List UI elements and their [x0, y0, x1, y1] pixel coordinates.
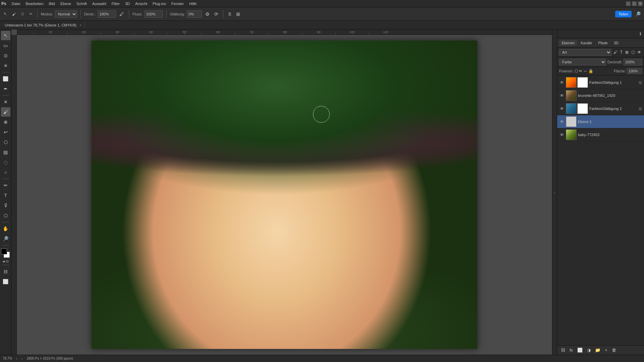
- menu-auswahl[interactable]: Auswahl: [90, 1, 109, 6]
- hand-tool[interactable]: ✋: [1, 224, 10, 233]
- menu-bearbeiten[interactable]: Bearbeiten: [23, 1, 46, 6]
- delete-layer-button[interactable]: 🗑: [610, 347, 618, 353]
- dodge-tool[interactable]: ○: [1, 168, 10, 177]
- menu-fenster[interactable]: Fenster: [169, 1, 186, 6]
- status-prev-button[interactable]: ‹: [16, 357, 17, 361]
- add-group-button[interactable]: 📁: [593, 347, 602, 353]
- screen-mode-button[interactable]: ⬜: [1, 277, 10, 286]
- flaeche-input[interactable]: [627, 68, 642, 74]
- brush-tool[interactable]: 🖌: [1, 107, 10, 117]
- swap-colors-button[interactable]: ⇄: [3, 260, 5, 263]
- move-tool-button[interactable]: ↖: [2, 11, 8, 17]
- brush-type-button[interactable]: ✏: [28, 11, 34, 17]
- menu-plugins[interactable]: Plug-ins: [150, 1, 169, 6]
- foreground-color[interactable]: [1, 248, 7, 254]
- layers-shape-button[interactable]: ⊠: [625, 49, 629, 55]
- layer-visibility-3[interactable]: 👁: [559, 119, 565, 124]
- fix-all-icon[interactable]: 🔒: [588, 69, 593, 73]
- move-tool[interactable]: ↖: [1, 31, 10, 40]
- tab-kanaele[interactable]: Kanäle: [578, 40, 595, 46]
- search-button[interactable]: 🔎: [634, 11, 642, 17]
- fix-move-icon[interactable]: ↔: [583, 69, 587, 73]
- toolbar-separator-4: [166, 10, 167, 18]
- canvas-wrapper[interactable]: [17, 35, 552, 355]
- photo-canvas[interactable]: [92, 41, 477, 349]
- fix-paint-icon[interactable]: ✏: [579, 69, 582, 73]
- menu-3d[interactable]: 3D: [122, 1, 132, 6]
- pressure-button[interactable]: ⊞: [235, 11, 241, 17]
- layer-item-4[interactable]: 👁 baby-772453: [557, 128, 644, 141]
- tabbar: Unbenannt-1 bei 78,7% (Ebene 1, CMYK/8) …: [0, 21, 644, 29]
- tab-close-button[interactable]: ×: [79, 23, 82, 27]
- reset-colors-button[interactable]: ⊡: [6, 260, 9, 263]
- text-tool[interactable]: T: [1, 191, 10, 200]
- layers-type-filter[interactable]: Art: [559, 49, 611, 56]
- eraser-tool[interactable]: ⬡: [1, 137, 10, 147]
- crop-tool[interactable]: ⬜: [1, 74, 10, 83]
- layers-visible-button[interactable]: 👁: [637, 49, 642, 55]
- layer-visibility-0[interactable]: 👁: [559, 80, 565, 85]
- glattung-angle-button[interactable]: ⟳: [213, 11, 220, 17]
- add-adjustment-button[interactable]: ◑: [585, 347, 592, 353]
- deckraft-icon-button[interactable]: 🖊: [118, 11, 125, 17]
- layer-item-2[interactable]: 👁 Farbton/Sättigung 2 ⛓: [557, 102, 644, 115]
- symmetry-button[interactable]: ⧖: [227, 10, 233, 17]
- window-controls: – □ ✕: [626, 1, 643, 6]
- document-tab[interactable]: Unbenannt-1 bei 78,7% (Ebene 1, CMYK/8) …: [2, 22, 85, 28]
- add-style-button[interactable]: fx: [568, 347, 575, 353]
- selection-tool[interactable]: ▭: [1, 41, 10, 50]
- fix-transparency-icon[interactable]: ⬡: [575, 69, 578, 73]
- glattung-input[interactable]: [187, 10, 202, 18]
- quick-mask-button[interactable]: ⊟: [1, 267, 10, 276]
- gradient-tool[interactable]: ▤: [1, 147, 10, 157]
- add-layer-button[interactable]: +: [603, 347, 609, 353]
- close-button[interactable]: ✕: [638, 1, 643, 6]
- modus-select[interactable]: Normal: [55, 10, 77, 18]
- eyedropper-tool[interactable]: ✒: [1, 84, 10, 94]
- pen-tool[interactable]: ✏: [1, 181, 10, 190]
- menu-ansicht[interactable]: Ansicht: [132, 1, 150, 6]
- tab-pfade[interactable]: Pfade: [595, 40, 610, 46]
- zoom-tool[interactable]: 🔎: [1, 234, 10, 243]
- clone-tool[interactable]: ⊕: [1, 117, 10, 127]
- deckraft-input[interactable]: [98, 10, 116, 18]
- fluss-input[interactable]: [145, 10, 163, 18]
- blur-tool[interactable]: ◌: [1, 158, 10, 167]
- path-select-tool[interactable]: ⊽: [1, 201, 10, 210]
- tab-ebenen[interactable]: Ebenen: [559, 40, 577, 46]
- layer-visibility-2[interactable]: 👁: [559, 106, 565, 111]
- layers-filter-icon-button[interactable]: 🖋: [613, 49, 618, 55]
- add-link-button[interactable]: ⛓: [559, 347, 567, 353]
- history-brush-tool[interactable]: ↩: [1, 127, 10, 137]
- layer-item-0[interactable]: 👁 Farbton/Sättigung 1 ⛓: [557, 76, 644, 89]
- magic-wand-tool[interactable]: ✳: [1, 61, 10, 70]
- shape-tool[interactable]: ⬡: [1, 211, 10, 220]
- maximize-button[interactable]: □: [632, 1, 637, 6]
- layer-item-3[interactable]: 👁 Ebene 1: [557, 115, 644, 128]
- deckraft-value[interactable]: [624, 59, 642, 65]
- panel-collapse-handle[interactable]: ›: [552, 29, 557, 355]
- menu-hilfe[interactable]: Hilfe: [186, 1, 199, 6]
- lasso-tool[interactable]: ⊙: [1, 51, 10, 60]
- menu-schrift[interactable]: Schrift: [74, 1, 90, 6]
- glattung-settings-button[interactable]: ⚙: [204, 11, 211, 17]
- layer-visibility-4[interactable]: 👁: [559, 132, 565, 137]
- layer-visibility-1[interactable]: 👁: [559, 93, 565, 98]
- healing-tool[interactable]: ✕: [1, 97, 10, 107]
- blend-mode-select[interactable]: Farbe: [559, 59, 606, 65]
- layer-item-1[interactable]: 👁 brunette-487061_1920: [557, 89, 644, 102]
- menu-bild[interactable]: Bild: [46, 1, 58, 6]
- brush-tool-button[interactable]: 🖌: [10, 11, 17, 17]
- menu-filter[interactable]: Filter: [109, 1, 122, 6]
- add-mask-button[interactable]: ⬜: [576, 347, 584, 353]
- menu-datei[interactable]: Datei: [9, 1, 23, 6]
- layers-smart-button[interactable]: ⬡: [631, 49, 635, 55]
- status-next-button[interactable]: ›: [21, 357, 23, 361]
- minimize-button[interactable]: –: [626, 1, 631, 6]
- layers-text-button[interactable]: T: [620, 49, 623, 55]
- menu-ebene[interactable]: Ebene: [58, 1, 74, 6]
- share-button[interactable]: Teilen: [615, 11, 632, 17]
- panel-info-button[interactable]: ℹ: [639, 31, 642, 37]
- tab-3d[interactable]: 3D: [611, 40, 621, 46]
- brush-preset-button[interactable]: ⬡: [19, 11, 26, 17]
